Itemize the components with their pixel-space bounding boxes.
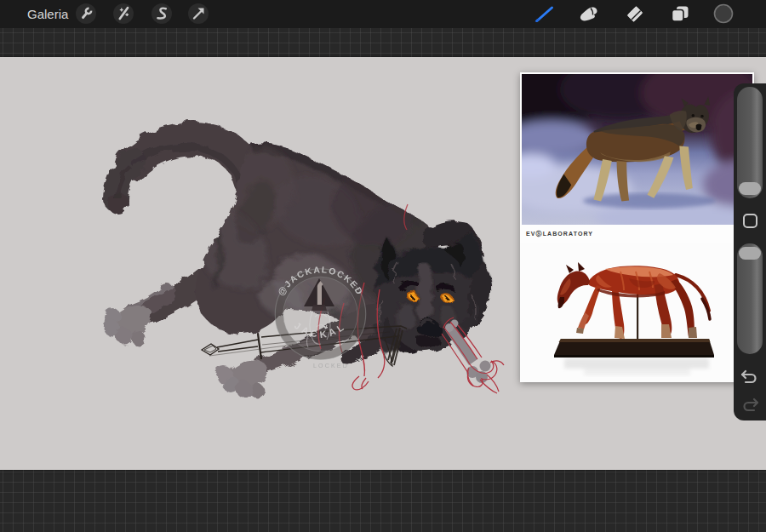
svg-text:LOCKED: LOCKED <box>313 363 349 369</box>
